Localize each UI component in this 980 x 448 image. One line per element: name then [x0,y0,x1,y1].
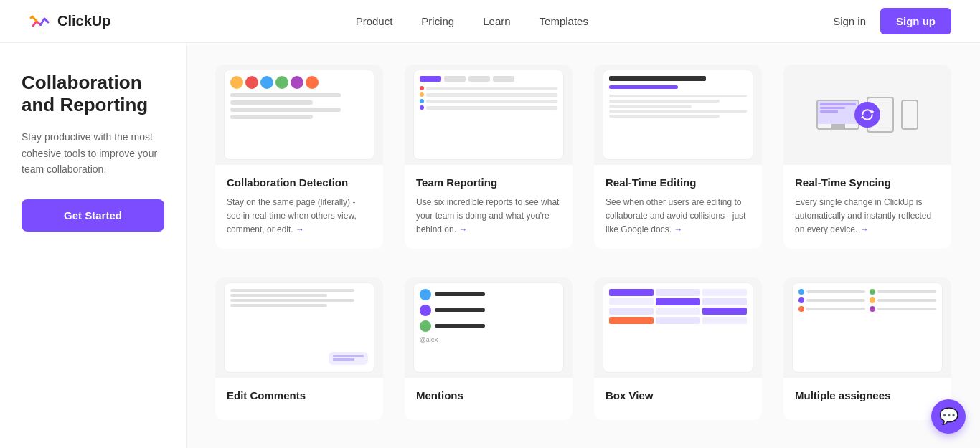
report-row-3 [420,99,558,103]
box-cell-2 [656,289,700,296]
assignee-row-3 [798,306,865,312]
c-line-2 [230,294,327,297]
card-title-mentions: Mentions [416,389,561,401]
card-edit-comments: Edit Comments [215,277,383,420]
box-cell-6 [702,298,747,305]
assignee-dot-2 [798,297,804,303]
card-image-reporting [405,65,573,165]
mention-avatar-3 [420,320,431,332]
navbar: ClickUp Product Pricing Learn Templates … [0,0,980,43]
card-content-assignees: Multiple assignees [783,378,951,420]
assignee-row-6 [870,306,936,312]
card-link-syncing[interactable]: → [860,224,869,234]
box-cell-10 [609,317,654,324]
nav-actions: Sign in Sign up [833,8,951,34]
mention-name-2 [435,308,485,312]
notification-lines [230,93,369,119]
assignee-dot-4 [870,289,875,295]
box-cell-3 [702,289,747,296]
comment-lines [230,289,369,307]
mention-avatar-2 [420,305,431,316]
dot-2 [420,92,424,97]
comments-mockup [224,282,375,373]
report-row-1 [420,86,558,90]
mention-name-3 [435,324,485,328]
get-started-button[interactable]: Get Started [22,199,164,232]
box-cell-8 [656,308,700,315]
mentions-mockup: @alex [413,282,565,373]
card-desc-syncing: Every single change in ClickUp is automa… [795,196,940,237]
page-body: Collaboration and Reporting Stay product… [0,43,980,448]
device-screen [818,101,858,124]
card-mentions: @alex Mentions [405,277,573,420]
box-cell-5 [656,298,700,305]
cards-row-2: Edit Comments [215,277,951,420]
edit-line-4 [609,110,748,113]
nav-item-templates[interactable]: Templates [540,15,588,27]
card-title-boxview: Box View [606,389,750,401]
card-link-reporting[interactable]: → [458,224,467,234]
assignee-line-2 [806,299,865,302]
mention-name-1 [435,292,485,296]
assignee-row-5 [870,297,936,303]
report-line-2 [426,93,558,97]
mention-name-line-2 [435,308,485,312]
notif-line-2 [230,100,314,105]
card-content-collaboration: Collaboration Detection Stay on the same… [215,165,383,249]
card-image-assignees [783,277,951,378]
report-line-3 [426,100,558,103]
card-title-reporting: Team Reporting [416,176,561,189]
device-bar-3 [820,110,838,113]
card-team-reporting: Team Reporting Use six incredible report… [405,65,573,249]
avatar-4 [275,76,288,89]
mention-item-1 [420,289,558,300]
avatar-2 [245,76,258,89]
card-title-comments: Edit Comments [227,389,372,401]
nav-item-learn[interactable]: Learn [483,15,510,27]
device-phone [901,100,918,130]
card-desc-reporting: Use six incredible reports to see what y… [416,196,561,237]
assignee-row-1 [798,289,865,295]
mention-at-label: @alex [420,336,558,343]
device-bar-2 [820,107,845,109]
assignee-line-4 [877,290,936,293]
c-line-1 [230,289,354,292]
sidebar-description: Stay productive with the most cohesive t… [22,129,164,177]
nav-item-product[interactable]: Product [356,15,393,27]
report-tab-active [420,76,441,82]
report-line-4 [426,106,558,110]
logo[interactable]: ClickUp [29,10,110,33]
assignees-mockup [792,282,943,373]
mention-item-3 [420,320,558,332]
sidebar-title: Collaboration and Reporting [22,72,164,116]
card-content-syncing: Real-Time Syncing Every single change in… [783,165,951,249]
box-cell-1 [609,289,654,296]
device-stand [831,124,845,128]
collab-mockup [224,70,375,160]
edit-line-1 [609,95,748,97]
card-desc-editing: See when other users are editing to coll… [606,196,750,237]
sign-up-button[interactable]: Sign up [880,8,951,34]
card-image-editing [594,65,762,165]
report-tab-2 [468,76,490,82]
mention-avatar-1 [420,289,431,300]
assignee-dot-6 [870,306,875,312]
sign-in-link[interactable]: Sign in [833,15,866,27]
card-content-boxview: Box View [594,378,762,420]
assignee-dot-1 [798,289,804,295]
notif-line-3 [230,108,341,112]
mention-item-2 [420,305,558,316]
edit-line-2 [609,100,720,103]
card-content-comments: Edit Comments [215,378,383,420]
logo-text: ClickUp [57,13,110,29]
card-image-boxview [594,277,762,378]
edit-subtitle-line [609,85,678,89]
nav-item-pricing[interactable]: Pricing [421,15,454,27]
chat-button[interactable]: 💬 [931,399,966,434]
sync-arrows-icon [860,108,875,122]
card-image-comments [215,277,383,378]
card-link-collaboration[interactable]: → [296,224,304,234]
edit-lines [609,95,748,118]
assignee-col-1 [798,289,865,366]
card-link-editing[interactable]: → [674,224,682,234]
